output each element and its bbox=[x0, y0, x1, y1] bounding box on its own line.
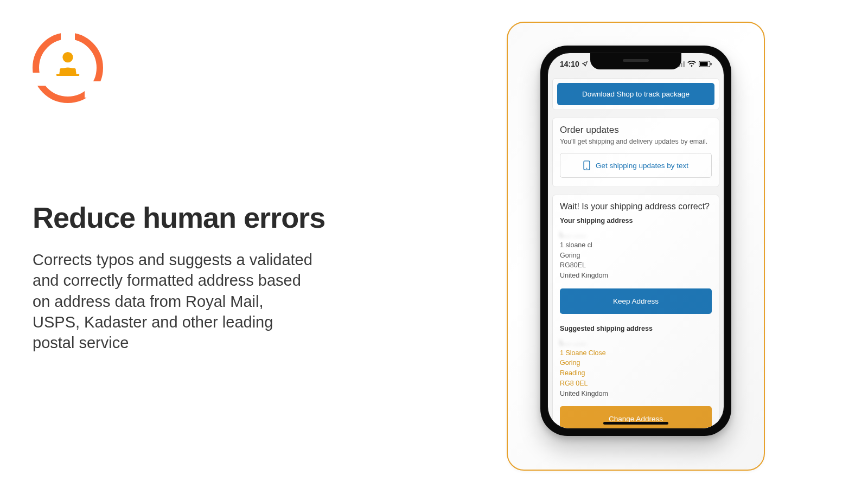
battery-icon bbox=[699, 61, 712, 67]
location-arrow-icon bbox=[582, 61, 588, 67]
phone-panel: 14:10 bbox=[507, 22, 765, 471]
phone-icon bbox=[583, 160, 590, 170]
your-address-country: United Kingdom bbox=[560, 271, 712, 281]
change-address-button[interactable]: Change Address bbox=[560, 406, 712, 428]
order-updates-card: Order updates You'll get shipping and de… bbox=[552, 118, 719, 187]
svg-point-0 bbox=[62, 52, 73, 62]
suggested-address-name: L.... ....... bbox=[560, 338, 712, 348]
address-validate-title: Wait! Is your shipping address correct? bbox=[560, 202, 712, 211]
text-updates-button[interactable]: Get shipping updates by text bbox=[560, 153, 712, 178]
your-address-name: L.... ....... bbox=[560, 230, 712, 240]
download-shop-button[interactable]: Download Shop to track package bbox=[557, 83, 714, 105]
user-laptop-icon bbox=[51, 50, 85, 84]
order-updates-title: Order updates bbox=[560, 125, 712, 136]
phone-frame: 14:10 bbox=[540, 46, 731, 436]
headline: Reduce human errors bbox=[33, 201, 336, 234]
feature-icon bbox=[33, 27, 119, 114]
body-copy: Corrects typos and suggests a validated … bbox=[33, 249, 315, 353]
svg-rect-10 bbox=[711, 63, 712, 66]
home-indicator bbox=[603, 422, 668, 425]
your-address-postcode: RG80EL bbox=[560, 260, 712, 271]
svg-rect-6 bbox=[683, 61, 685, 67]
svg-rect-5 bbox=[681, 62, 682, 67]
suggested-address-line1: 1 Sloane Close bbox=[560, 348, 712, 358]
suggested-address-region: Reading bbox=[560, 368, 712, 378]
suggested-address-postcode: RG8 0EL bbox=[560, 378, 712, 389]
your-address-label: Your shipping address bbox=[560, 217, 712, 224]
suggested-address-country: United Kingdom bbox=[560, 389, 712, 399]
status-time: 14:10 bbox=[560, 60, 579, 68]
svg-point-7 bbox=[691, 65, 693, 67]
keep-address-button[interactable]: Keep Address bbox=[560, 288, 712, 314]
order-updates-subtitle: You'll get shipping and delivery updates… bbox=[560, 138, 712, 145]
suggested-address-city: Goring bbox=[560, 358, 712, 368]
svg-rect-9 bbox=[700, 62, 708, 66]
your-address-city: Goring bbox=[560, 251, 712, 261]
download-card: Download Shop to track package bbox=[552, 78, 719, 110]
address-validate-card: Wait! Is your shipping address correct? … bbox=[552, 195, 719, 428]
phone-notch bbox=[590, 53, 681, 69]
svg-point-12 bbox=[586, 168, 588, 169]
phone-screen: 14:10 bbox=[548, 53, 724, 428]
your-address-line1: 1 sloane cl bbox=[560, 240, 712, 251]
wifi-icon bbox=[687, 61, 696, 67]
decorative-dot-grid bbox=[98, 35, 157, 121]
suggested-address-label: Suggested shipping address bbox=[560, 325, 712, 332]
text-updates-label: Get shipping updates by text bbox=[596, 162, 688, 170]
